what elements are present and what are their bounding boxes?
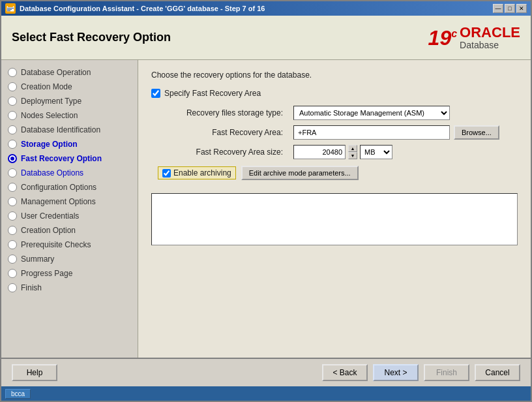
step-indicator-database-operation — [8, 68, 17, 77]
step-indicator-configuration-options — [8, 183, 17, 192]
storage-type-label: Recovery files storage type: — [164, 108, 288, 117]
specify-fra-label[interactable]: Specify Fast Recovery Area — [164, 89, 261, 98]
fra-label: Fast Recovery Area: — [164, 128, 288, 137]
footer-left: Help — [12, 364, 57, 381]
next-button[interactable]: Next > — [373, 364, 419, 381]
enable-archiving-label[interactable]: Enable archiving — [173, 168, 231, 178]
footer: Help < Back Next > Finish Cancel — [1, 358, 531, 386]
sidebar-label-storage-option: Storage Option — [21, 140, 78, 149]
fra-size-input[interactable] — [293, 145, 346, 159]
fra-size-label: Fast Recovery Area size: — [164, 147, 288, 157]
window-title: Database Configuration Assistant - Creat… — [20, 5, 265, 12]
sidebar-label-database-identification: Database Identification — [21, 125, 100, 134]
help-button[interactable]: Help — [12, 364, 57, 381]
step-indicator-summary — [8, 255, 17, 264]
main-window: Database Configuration Assistant - Creat… — [0, 0, 532, 402]
page-title: Select Fast Recovery Option — [12, 31, 171, 44]
sidebar-item-summary[interactable]: Summary — [1, 252, 138, 266]
header-area: Select Fast Recovery Option 19c ORACLE D… — [1, 16, 531, 60]
svg-rect-4 — [7, 10, 10, 11]
sidebar-item-database-operation[interactable]: Database Operation — [1, 65, 138, 80]
step-indicator-management-options — [8, 197, 17, 206]
spin-down-button[interactable]: ▼ — [348, 152, 357, 159]
title-bar: Database Configuration Assistant - Creat… — [1, 1, 531, 16]
taskbar-item[interactable]: bcca — [5, 389, 31, 399]
specify-fra-checkbox[interactable] — [151, 89, 160, 98]
sidebar-item-creation-option[interactable]: Creation Option — [1, 223, 138, 238]
step-indicator-storage-option — [8, 140, 17, 149]
enable-archiving-checkbox[interactable] — [162, 169, 171, 178]
sidebar-item-database-options[interactable]: Database Options — [1, 166, 138, 180]
sidebar-label-fast-recovery-option: Fast Recovery Option — [21, 154, 102, 163]
sidebar-item-configuration-options[interactable]: Configuration Options — [1, 180, 138, 194]
storage-type-control-row: Automatic Storage Management (ASM) File … — [293, 106, 518, 120]
spin-buttons: ▲ ▼ — [348, 145, 357, 159]
sidebar-item-creation-mode[interactable]: Creation Mode — [1, 80, 138, 94]
svg-rect-2 — [7, 8, 14, 8]
sidebar-item-finish[interactable]: Finish — [1, 281, 138, 295]
size-input-group: ▲ ▼ MB GB — [293, 145, 392, 159]
app-icon — [5, 3, 16, 14]
storage-type-select[interactable]: Automatic Storage Management (ASM) File … — [293, 106, 450, 120]
content-panel: Choose the recovery options for the data… — [138, 60, 531, 358]
finish-button[interactable]: Finish — [424, 364, 469, 381]
sidebar-label-prerequisite-checks: Prerequisite Checks — [21, 240, 91, 249]
sidebar-label-deployment-type: Deployment Type — [21, 97, 81, 106]
sidebar-label-database-options: Database Options — [21, 168, 83, 178]
oracle-brand-block: ORACLE Database — [460, 25, 520, 50]
step-indicator-finish — [8, 283, 17, 292]
unit-select[interactable]: MB GB — [360, 145, 392, 159]
sidebar-item-nodes-selection[interactable]: Nodes Selection — [1, 108, 138, 123]
spin-up-button[interactable]: ▲ — [348, 145, 357, 152]
oracle-sub-text: Database — [460, 40, 499, 50]
taskbar: bcca — [1, 386, 531, 401]
log-area — [151, 193, 518, 245]
step-indicator-database-identification — [8, 125, 17, 134]
step-indicator-user-credentials — [8, 211, 17, 221]
oracle-logo: 19c ORACLE Database — [428, 25, 520, 50]
content-description: Choose the recovery options for the data… — [151, 70, 518, 80]
sidebar-label-creation-option: Creation Option — [21, 226, 76, 235]
sidebar-item-deployment-type[interactable]: Deployment Type — [1, 94, 138, 108]
sidebar-item-storage-option[interactable]: Storage Option — [1, 137, 138, 151]
sidebar-label-progress-page: Progress Page — [21, 269, 72, 278]
form-grid: Recovery files storage type: Automatic S… — [164, 106, 518, 159]
sidebar-label-user-credentials: User Credentials — [21, 211, 79, 221]
fra-input[interactable] — [293, 125, 450, 140]
back-button[interactable]: < Back — [322, 364, 368, 381]
step-indicator-fast-recovery-option — [8, 154, 17, 163]
sidebar-item-fast-recovery-option[interactable]: Fast Recovery Option — [1, 151, 138, 166]
main-content: Database Operation Creation Mode Deploym… — [1, 60, 531, 358]
window-controls[interactable]: — □ ✕ — [493, 4, 527, 13]
footer-right: < Back Next > Finish Cancel — [322, 364, 520, 381]
edit-archive-button[interactable]: Edit archive mode parameters... — [241, 166, 359, 180]
step-indicator-creation-mode — [8, 82, 17, 91]
maximize-button[interactable]: □ — [505, 4, 515, 13]
step-indicator-progress-page — [8, 269, 17, 278]
fra-control-row: Browse... — [293, 125, 518, 140]
oracle-brand-text: ORACLE — [460, 25, 520, 40]
sidebar-item-management-options[interactable]: Management Options — [1, 194, 138, 209]
sidebar-label-database-operation: Database Operation — [21, 68, 91, 77]
svg-rect-1 — [8, 5, 13, 7]
sidebar-label-summary: Summary — [21, 255, 54, 264]
cancel-button[interactable]: Cancel — [475, 364, 520, 381]
sidebar-label-finish: Finish — [21, 283, 42, 292]
close-button[interactable]: ✕ — [516, 4, 527, 13]
minimize-button[interactable]: — — [493, 4, 503, 13]
step-indicator-prerequisite-checks — [8, 240, 17, 249]
sidebar-label-nodes-selection: Nodes Selection — [21, 111, 78, 120]
archiving-row: Enable archiving Edit archive mode param… — [158, 166, 518, 180]
specify-fra-row: Specify Fast Recovery Area — [151, 89, 518, 98]
sidebar-item-progress-page[interactable]: Progress Page — [1, 266, 138, 281]
step-indicator-database-options — [8, 168, 17, 178]
sidebar-item-database-identification[interactable]: Database Identification — [1, 123, 138, 137]
sidebar-item-user-credentials[interactable]: User Credentials — [1, 209, 138, 223]
svg-rect-3 — [7, 9, 12, 10]
step-indicator-nodes-selection — [8, 111, 17, 120]
browse-button[interactable]: Browse... — [454, 125, 499, 140]
step-indicator-creation-option — [8, 226, 17, 235]
oracle-superscript: c — [451, 28, 457, 39]
archive-checkbox-wrapper: Enable archiving — [158, 166, 236, 179]
sidebar-item-prerequisite-checks[interactable]: Prerequisite Checks — [1, 238, 138, 252]
